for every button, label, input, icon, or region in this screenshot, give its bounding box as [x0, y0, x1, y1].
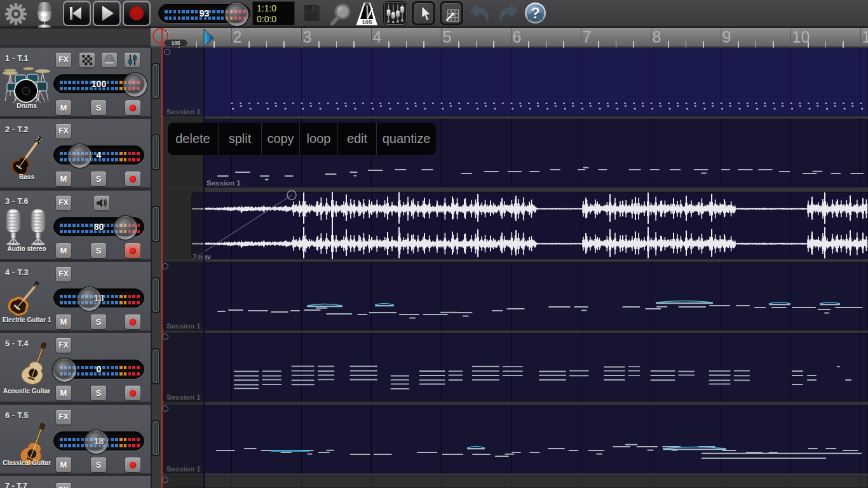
svg-text:105: 105	[362, 18, 373, 25]
svg-text:?: ?	[531, 5, 539, 22]
